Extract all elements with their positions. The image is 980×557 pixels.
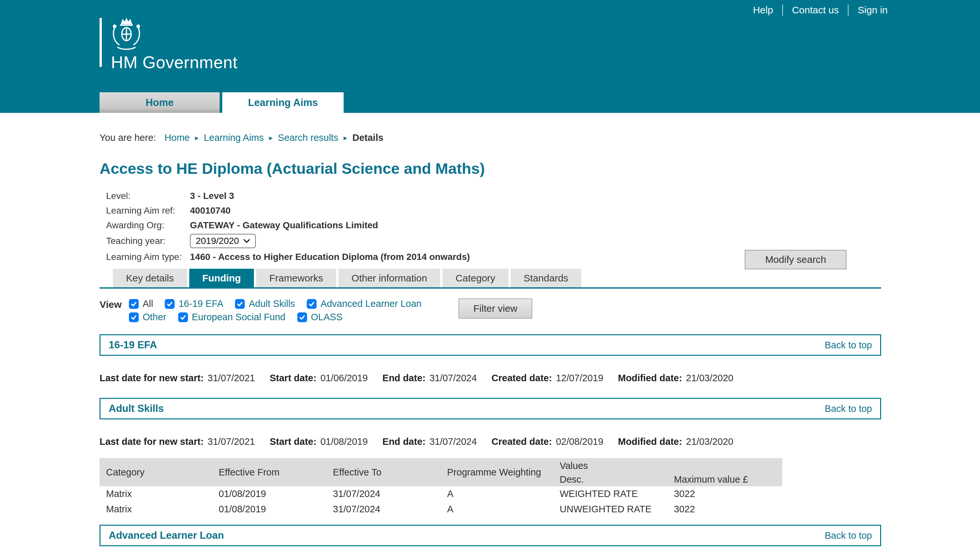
logo-text: HM Government [111,52,238,72]
tab-home[interactable]: Home [100,92,220,113]
back-to-top-link[interactable]: Back to top [825,530,872,541]
checkbox-all[interactable]: All [129,298,153,309]
cell-desc: WEIGHTED RATE [553,486,667,502]
detail-label: Awarding Org: [100,220,190,231]
checkbox-label: Adult Skills [249,298,295,309]
checkbox-european-social-fund[interactable]: European Social Fund [178,312,286,322]
checkbox-label: OLASS [311,312,343,322]
col-header-maximum-value: Maximum value £ [667,472,782,486]
hm-government-logo: HM Government [100,18,238,72]
back-to-top-link[interactable]: Back to top [825,340,872,350]
logo-bar [100,18,102,67]
detail-value: 40010740 [190,205,231,216]
checkbox-checked-icon [165,299,175,309]
breadcrumb-home[interactable]: Home [165,132,189,143]
subtab-other-information[interactable]: Other information [338,269,440,287]
detail-row-level: Level: 3 - Level 3 [100,189,881,203]
royal-crest-icon [111,18,142,50]
checkbox-checked-icon [307,299,317,309]
cell-effective-from: 01/08/2019 [212,502,326,517]
help-link[interactable]: Help [753,5,773,16]
date-value: 31/07/2024 [430,373,477,383]
col-header-programme-weighting: Programme Weighting [441,458,553,486]
checkbox-advanced-learner-loan[interactable]: Advanced Learner Loan [307,298,421,309]
date-value: 21/03/2020 [686,373,733,383]
cell-effective-to: 31/07/2024 [326,486,441,502]
col-header-effective-from: Effective From [212,458,326,486]
link-separator [848,5,848,16]
checkbox-checked-icon [129,313,139,322]
tab-learning-aims[interactable]: Learning Aims [222,92,344,113]
detail-label: Level: [100,191,190,201]
checkbox-label: Other [143,312,167,322]
date-label: Last date for new start: [100,436,204,447]
date-label: Last date for new start: [100,373,204,383]
teaching-year-select[interactable]: 2019/2020 [190,234,256,248]
efa-dates: Last date for new start:31/07/2021 Start… [100,373,881,383]
checkbox-other[interactable]: Other [129,312,167,322]
date-label: Created date: [492,436,552,447]
breadcrumb-prefix: You are here: [100,132,156,143]
subtab-key-details[interactable]: Key details [113,269,187,287]
detail-section-tabs: Key details Funding Frameworks Other inf… [113,269,881,287]
back-to-top-link[interactable]: Back to top [825,403,872,414]
breadcrumb-learning-aims[interactable]: Learning Aims [204,132,264,143]
breadcrumb-search-results[interactable]: Search results [278,132,338,143]
utility-nav: Help Contact us Sign in [753,5,888,16]
teaching-year-value: 2019/2020 [196,236,239,246]
detail-label: Learning Aim ref: [100,205,190,216]
cell-category: Matrix [100,502,212,517]
breadcrumb-arrow-icon: ▸ [269,134,273,142]
modify-search-button[interactable]: Modify search [745,250,846,269]
chevron-down-icon [243,239,250,243]
subtab-standards[interactable]: Standards [511,269,581,287]
date-value: 31/07/2021 [207,436,255,447]
checkbox-label: European Social Fund [192,312,286,322]
detail-value: GATEWAY - Gateway Qualifications Limited [190,220,378,231]
date-value: 31/07/2021 [207,373,255,383]
checkbox-label: 16-19 EFA [178,298,223,309]
section-heading: 16-19 EFA [109,339,157,351]
checkbox-adult-skills[interactable]: Adult Skills [235,298,295,309]
cell-desc: UNWEIGHTED RATE [553,502,667,517]
cell-programme-weighting: A [441,486,553,502]
section-heading: Advanced Learner Loan [109,529,224,541]
date-value: 21/03/2020 [686,436,733,447]
checkbox-olass[interactable]: OLASS [297,312,343,322]
site-banner: Help Contact us Sign in [0,0,980,113]
breadcrumb-current: Details [353,132,384,143]
adult-skills-dates: Last date for new start:31/07/2021 Start… [100,436,881,447]
col-header-values-group: Values [553,458,782,472]
page-title: Access to HE Diploma (Actuarial Science … [100,160,881,178]
filter-view-button[interactable]: Filter view [459,298,532,319]
contact-us-link[interactable]: Contact us [792,5,839,16]
cell-maximum-value: 3022 [667,486,782,502]
checkbox-checked-icon [235,299,245,309]
section-advanced-learner-loan: Advanced Learner Loan Back to top [100,525,881,546]
date-value: 01/08/2019 [320,436,368,447]
primary-tabs: Home Learning Aims [100,92,344,113]
checkbox-checked-icon [129,299,139,309]
funding-checkboxes: All 16-19 EFA Adult Skills Advanced Lear… [129,298,459,322]
subtab-frameworks[interactable]: Frameworks [256,269,336,287]
cell-category: Matrix [100,486,212,502]
detail-label: Teaching year: [100,236,190,246]
date-label: Start date: [270,373,316,383]
cell-maximum-value: 3022 [667,502,782,517]
breadcrumb-arrow-icon: ▸ [344,134,347,142]
date-label: End date: [382,373,426,383]
adult-skills-rates-table: Category Effective From Effective To Pro… [100,458,782,517]
date-value: 01/06/2019 [320,373,368,383]
section-16-19-efa: 16-19 EFA Back to top [100,334,881,356]
date-label: Modified date: [618,436,683,447]
subtab-funding[interactable]: Funding [189,269,254,287]
checkbox-16-19-efa[interactable]: 16-19 EFA [165,298,223,309]
subtab-category[interactable]: Category [443,269,508,287]
cell-effective-from: 01/08/2019 [212,486,326,502]
col-header-effective-to: Effective To [326,458,441,486]
table-row: Matrix 01/08/2019 31/07/2024 A WEIGHTED … [100,486,782,502]
sign-in-link[interactable]: Sign in [858,5,888,16]
section-heading: Adult Skills [109,403,164,414]
date-value: 02/08/2019 [556,436,603,447]
detail-value: 1460 - Access to Higher Education Diplom… [190,252,470,262]
